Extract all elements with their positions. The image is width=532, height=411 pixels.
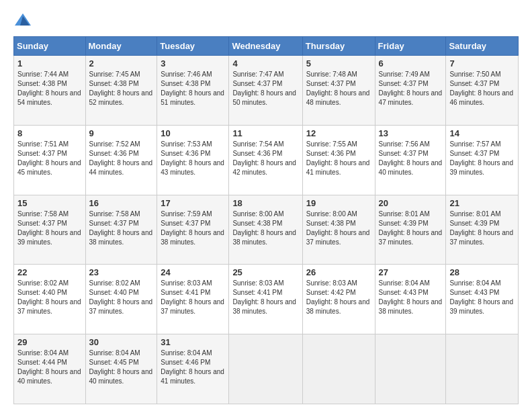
day-number: 1 [17, 58, 82, 68]
day-number: 18 [232, 198, 298, 208]
page: SundayMondayTuesdayWednesdayThursdayFrid… [0, 0, 532, 411]
day-info: Sunrise: 7:46 AMSunset: 4:38 PMDaylight:… [161, 70, 225, 107]
day-info: Sunrise: 7:59 AMSunset: 4:37 PMDaylight:… [161, 210, 225, 247]
day-cell: 25Sunrise: 8:03 AMSunset: 4:41 PMDayligh… [229, 265, 302, 334]
day-number: 11 [232, 128, 298, 138]
day-cell: 3Sunrise: 7:46 AMSunset: 4:38 PMDaylight… [157, 56, 229, 126]
logo [13, 11, 35, 30]
day-cell: 17Sunrise: 7:59 AMSunset: 4:37 PMDayligh… [157, 195, 229, 265]
day-cell: 28Sunrise: 8:04 AMSunset: 4:43 PMDayligh… [446, 265, 519, 334]
day-number: 6 [379, 58, 443, 68]
day-info: Sunrise: 8:03 AMSunset: 4:41 PMDaylight:… [232, 279, 298, 316]
day-number: 23 [89, 267, 154, 277]
weekday-header-monday: Monday [85, 37, 157, 56]
calendar: SundayMondayTuesdayWednesdayThursdayFrid… [13, 36, 519, 404]
day-number: 22 [17, 267, 82, 277]
day-number: 15 [17, 198, 82, 208]
day-cell: 1Sunrise: 7:44 AMSunset: 4:38 PMDaylight… [14, 56, 86, 126]
day-cell: 24Sunrise: 8:03 AMSunset: 4:41 PMDayligh… [157, 265, 229, 334]
day-cell: 7Sunrise: 7:50 AMSunset: 4:37 PMDaylight… [446, 56, 519, 126]
day-info: Sunrise: 7:45 AMSunset: 4:38 PMDaylight:… [89, 70, 154, 107]
day-number: 7 [449, 58, 515, 68]
day-number: 10 [161, 128, 225, 138]
day-cell: 11Sunrise: 7:54 AMSunset: 4:36 PMDayligh… [229, 125, 302, 195]
day-cell [229, 334, 302, 404]
day-info: Sunrise: 7:48 AMSunset: 4:37 PMDaylight:… [306, 70, 371, 107]
day-number: 20 [379, 198, 443, 208]
day-cell [446, 334, 519, 404]
day-info: Sunrise: 8:01 AMSunset: 4:39 PMDaylight:… [449, 210, 515, 247]
day-number: 27 [379, 267, 443, 277]
weekday-header-saturday: Saturday [446, 37, 519, 56]
day-cell: 18Sunrise: 8:00 AMSunset: 4:38 PMDayligh… [229, 195, 302, 265]
day-cell: 5Sunrise: 7:48 AMSunset: 4:37 PMDaylight… [302, 56, 375, 126]
day-number: 3 [161, 58, 225, 68]
day-info: Sunrise: 8:04 AMSunset: 4:45 PMDaylight:… [89, 349, 154, 386]
day-info: Sunrise: 8:00 AMSunset: 4:38 PMDaylight:… [306, 210, 371, 247]
day-cell [302, 334, 375, 404]
day-number: 8 [17, 128, 82, 138]
weekday-header-friday: Friday [375, 37, 446, 56]
day-cell: 12Sunrise: 7:55 AMSunset: 4:36 PMDayligh… [302, 125, 375, 195]
day-number: 14 [449, 128, 515, 138]
day-number: 5 [306, 58, 371, 68]
day-number: 19 [306, 198, 371, 208]
day-cell: 20Sunrise: 8:01 AMSunset: 4:39 PMDayligh… [375, 195, 446, 265]
day-cell: 30Sunrise: 8:04 AMSunset: 4:45 PMDayligh… [85, 334, 157, 404]
day-info: Sunrise: 8:04 AMSunset: 4:44 PMDaylight:… [17, 349, 82, 386]
day-number: 2 [89, 58, 154, 68]
day-cell: 21Sunrise: 8:01 AMSunset: 4:39 PMDayligh… [446, 195, 519, 265]
day-info: Sunrise: 7:54 AMSunset: 4:36 PMDaylight:… [232, 140, 298, 177]
day-cell: 26Sunrise: 8:03 AMSunset: 4:42 PMDayligh… [302, 265, 375, 334]
day-cell: 9Sunrise: 7:52 AMSunset: 4:36 PMDaylight… [85, 125, 157, 195]
day-info: Sunrise: 8:04 AMSunset: 4:43 PMDaylight:… [449, 279, 515, 316]
day-info: Sunrise: 7:56 AMSunset: 4:37 PMDaylight:… [379, 140, 443, 177]
day-info: Sunrise: 8:00 AMSunset: 4:38 PMDaylight:… [232, 210, 298, 247]
day-number: 29 [17, 337, 82, 347]
day-number: 12 [306, 128, 371, 138]
day-number: 16 [89, 198, 154, 208]
day-info: Sunrise: 8:04 AMSunset: 4:46 PMDaylight:… [161, 349, 225, 386]
day-cell: 15Sunrise: 7:58 AMSunset: 4:37 PMDayligh… [14, 195, 86, 265]
header [13, 11, 519, 30]
day-info: Sunrise: 7:57 AMSunset: 4:37 PMDaylight:… [449, 140, 515, 177]
day-cell: 27Sunrise: 8:04 AMSunset: 4:43 PMDayligh… [375, 265, 446, 334]
day-info: Sunrise: 8:02 AMSunset: 4:40 PMDaylight:… [17, 279, 82, 316]
day-info: Sunrise: 7:47 AMSunset: 4:37 PMDaylight:… [232, 70, 298, 107]
day-info: Sunrise: 7:58 AMSunset: 4:37 PMDaylight:… [17, 210, 82, 247]
day-number: 17 [161, 198, 225, 208]
day-number: 21 [449, 198, 515, 208]
day-cell: 13Sunrise: 7:56 AMSunset: 4:37 PMDayligh… [375, 125, 446, 195]
day-cell: 29Sunrise: 8:04 AMSunset: 4:44 PMDayligh… [14, 334, 86, 404]
day-cell: 22Sunrise: 8:02 AMSunset: 4:40 PMDayligh… [14, 265, 86, 334]
day-cell: 16Sunrise: 7:58 AMSunset: 4:37 PMDayligh… [85, 195, 157, 265]
week-row-5: 29Sunrise: 8:04 AMSunset: 4:44 PMDayligh… [14, 334, 519, 404]
day-info: Sunrise: 7:44 AMSunset: 4:38 PMDaylight:… [17, 70, 82, 107]
day-info: Sunrise: 7:55 AMSunset: 4:36 PMDaylight:… [306, 140, 371, 177]
day-number: 13 [379, 128, 443, 138]
day-cell: 6Sunrise: 7:49 AMSunset: 4:37 PMDaylight… [375, 56, 446, 126]
day-info: Sunrise: 8:03 AMSunset: 4:42 PMDaylight:… [306, 279, 371, 316]
day-cell [375, 334, 446, 404]
day-cell: 19Sunrise: 8:00 AMSunset: 4:38 PMDayligh… [302, 195, 375, 265]
day-number: 4 [232, 58, 298, 68]
day-cell: 23Sunrise: 8:02 AMSunset: 4:40 PMDayligh… [85, 265, 157, 334]
week-row-1: 1Sunrise: 7:44 AMSunset: 4:38 PMDaylight… [14, 56, 519, 126]
day-cell: 4Sunrise: 7:47 AMSunset: 4:37 PMDaylight… [229, 56, 302, 126]
weekday-header-row: SundayMondayTuesdayWednesdayThursdayFrid… [14, 37, 519, 56]
day-number: 25 [232, 267, 298, 277]
day-info: Sunrise: 8:01 AMSunset: 4:39 PMDaylight:… [379, 210, 443, 247]
day-info: Sunrise: 8:02 AMSunset: 4:40 PMDaylight:… [89, 279, 154, 316]
week-row-4: 22Sunrise: 8:02 AMSunset: 4:40 PMDayligh… [14, 265, 519, 334]
day-info: Sunrise: 7:51 AMSunset: 4:37 PMDaylight:… [17, 140, 82, 177]
week-row-3: 15Sunrise: 7:58 AMSunset: 4:37 PMDayligh… [14, 195, 519, 265]
day-info: Sunrise: 7:52 AMSunset: 4:36 PMDaylight:… [89, 140, 154, 177]
day-info: Sunrise: 7:50 AMSunset: 4:37 PMDaylight:… [449, 70, 515, 107]
weekday-header-wednesday: Wednesday [229, 37, 302, 56]
day-number: 31 [161, 337, 225, 347]
day-cell: 8Sunrise: 7:51 AMSunset: 4:37 PMDaylight… [14, 125, 86, 195]
weekday-header-sunday: Sunday [14, 37, 86, 56]
day-number: 9 [89, 128, 154, 138]
day-cell: 14Sunrise: 7:57 AMSunset: 4:37 PMDayligh… [446, 125, 519, 195]
day-info: Sunrise: 8:04 AMSunset: 4:43 PMDaylight:… [379, 279, 443, 316]
